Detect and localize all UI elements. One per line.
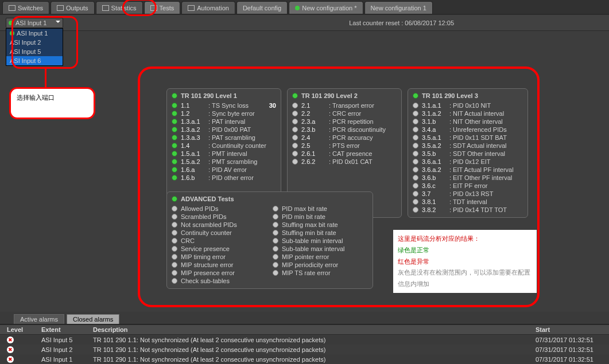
status-icon bbox=[172, 230, 177, 236]
test-code: 1.6.a bbox=[181, 166, 205, 173]
test-row[interactable]: 3.5.a.1: PID 0x11 SDT BAT bbox=[413, 134, 523, 142]
table-row[interactable]: ASI Input 5TR 101 290 1.1: Not synchroni… bbox=[0, 335, 609, 345]
adv-test-row[interactable]: Allowed PIDs bbox=[172, 205, 267, 213]
adv-test-row[interactable]: Stuffing max bit rate bbox=[273, 221, 368, 229]
adv-test-row[interactable]: Sub-table max interval bbox=[273, 245, 368, 253]
tab-new-config-1[interactable]: New configuration 1 bbox=[364, 1, 433, 14]
tab-switches[interactable]: Switches bbox=[2, 1, 49, 14]
panel-title: TR 101 290 Level 1 bbox=[172, 92, 276, 99]
test-row[interactable]: 2.6.1: CAT presence bbox=[292, 150, 397, 158]
note-line: 红色是异常 bbox=[398, 256, 532, 268]
test-row[interactable]: 3.1.a.1: PID 0x10 NIT bbox=[413, 101, 523, 109]
adv-label: Stuffing max bit rate bbox=[282, 221, 338, 228]
test-row[interactable]: 3.1.a.2: NIT Actual interval bbox=[413, 109, 523, 118]
test-row[interactable]: 3.6.c: EIT PF error bbox=[413, 182, 523, 190]
test-row[interactable]: 3.8.2: PID 0x14 TDT TOT bbox=[413, 206, 523, 214]
test-code: 1.3.a.3 bbox=[181, 134, 205, 141]
test-row[interactable]: 2.3.a: PCR repetition bbox=[292, 118, 397, 126]
test-row[interactable]: 1.5.a.2: PMT scrambling bbox=[172, 158, 276, 166]
input-dropdown[interactable]: ASI Input 1 ASI Input 1 ASI Input 2 ASI … bbox=[6, 18, 63, 28]
dropdown-option[interactable]: ASI Input 2 bbox=[6, 38, 63, 47]
col-extent[interactable]: Extent bbox=[34, 325, 86, 335]
outputs-icon bbox=[57, 5, 64, 11]
test-code: 1.3.a.2 bbox=[181, 126, 205, 133]
dropdown-option[interactable]: ASI Input 1 bbox=[6, 29, 63, 38]
test-row[interactable]: 2.3.b: PCR discountinuity bbox=[292, 126, 397, 134]
col-desc[interactable]: Description bbox=[86, 325, 529, 335]
col-level[interactable]: Level bbox=[0, 325, 34, 335]
test-row[interactable]: 1.2: Sync byte error bbox=[172, 109, 276, 118]
panel-level3: TR 101 290 Level 3 3.1.a.1: PID 0x10 NIT… bbox=[408, 88, 528, 218]
table-row[interactable]: ASI Input 1TR 101 290 1.1: Not synchroni… bbox=[0, 354, 609, 364]
status-icon bbox=[413, 191, 418, 197]
status-icon bbox=[413, 151, 418, 156]
test-row[interactable]: 1.6.a: PID AV error bbox=[172, 166, 276, 174]
test-row[interactable]: 1.3.a.2: PID 0x00 PAT bbox=[172, 126, 276, 134]
adv-test-row[interactable]: Check sub-tables bbox=[172, 277, 267, 285]
test-row[interactable]: 1.3.a.3: PAT scrambling bbox=[172, 134, 276, 142]
adv-test-row[interactable]: PID max bit rate bbox=[273, 205, 368, 213]
dropdown-option[interactable]: ASI Input 5 bbox=[6, 47, 63, 56]
test-row[interactable]: 3.5.a.2: SDT Actual interval bbox=[413, 142, 523, 150]
test-row[interactable]: 2.5: PTS error bbox=[292, 142, 397, 150]
test-row[interactable]: 1.6.b: PID other error bbox=[172, 174, 276, 182]
adv-test-row[interactable]: Service presence bbox=[172, 245, 267, 253]
adv-test-row[interactable]: Not scrambled PIDs bbox=[172, 221, 267, 229]
test-row[interactable]: 2.1: Transport error bbox=[292, 101, 397, 109]
test-row[interactable]: 3.7: PID 0x13 RST bbox=[413, 190, 523, 198]
tab-tests[interactable]: Tests bbox=[144, 1, 181, 14]
test-row[interactable]: 2.4: PCR accuracy bbox=[292, 134, 397, 142]
table-row[interactable]: ASI Input 2TR 101 290 1.1: Not synchroni… bbox=[0, 345, 609, 354]
test-label: : PCR accuracy bbox=[329, 134, 373, 141]
tab-new-config-star[interactable]: New configuration * bbox=[289, 1, 363, 14]
col-start[interactable]: Start bbox=[529, 325, 609, 335]
adv-test-row[interactable]: MIP presence error bbox=[172, 269, 267, 277]
test-label: : Sync byte error bbox=[208, 110, 255, 117]
dropdown-option[interactable]: ASI Input 6 bbox=[6, 56, 63, 65]
adv-test-row[interactable]: MIP structure error bbox=[172, 261, 267, 269]
test-row[interactable]: 1.4: Countinuity counter bbox=[172, 142, 276, 150]
adv-test-row[interactable]: MIP pointer error bbox=[273, 253, 368, 261]
adv-test-row[interactable]: PID min bit rate bbox=[273, 213, 368, 221]
test-row[interactable]: 1.3.a.1: PAT interval bbox=[172, 118, 276, 126]
adv-test-row[interactable]: MIP periodicity error bbox=[273, 261, 368, 269]
status-icon bbox=[172, 167, 177, 173]
status-icon bbox=[172, 238, 177, 244]
test-row[interactable]: 3.6.a.1: PID 0x12 EIT bbox=[413, 158, 523, 166]
test-row[interactable]: 1.5.a.1: PMT interval bbox=[172, 150, 276, 158]
cell-level bbox=[0, 345, 34, 354]
tab-closed-alarms[interactable]: Closed alarms bbox=[67, 314, 119, 324]
test-label: : PAT scrambling bbox=[208, 134, 255, 141]
green-dot-icon bbox=[9, 21, 13, 25]
test-row[interactable]: 3.4.a: Unreferenced PIDs bbox=[413, 126, 523, 134]
adv-test-row[interactable]: MIP timing error bbox=[172, 253, 267, 261]
tab-automation[interactable]: Automation bbox=[181, 1, 235, 14]
test-row[interactable]: 2.2: CRC error bbox=[292, 109, 397, 118]
adv-label: MIP TS rate error bbox=[282, 269, 331, 276]
test-row[interactable]: 3.5.b: SDT Other interval bbox=[413, 150, 523, 158]
test-row[interactable]: 3.6.a.2: EIT Actual PF interval bbox=[413, 166, 523, 174]
adv-test-row[interactable]: Continuity counter bbox=[172, 229, 267, 237]
cell-level bbox=[0, 354, 34, 364]
tab-outputs[interactable]: Outputs bbox=[51, 1, 95, 14]
tab-default-config[interactable]: Default config bbox=[236, 1, 288, 14]
status-icon bbox=[172, 262, 177, 268]
adv-test-row[interactable]: CRC bbox=[172, 237, 267, 245]
test-row[interactable]: 3.1.b: NIT Other interval bbox=[413, 118, 523, 126]
dropdown-selected[interactable]: ASI Input 1 bbox=[6, 18, 63, 28]
test-code: 2.2 bbox=[301, 110, 325, 117]
tab-label: Statistics bbox=[111, 5, 137, 11]
tab-statistics[interactable]: Statistics bbox=[96, 1, 143, 14]
test-row[interactable]: 2.6.2: PID 0x01 CAT bbox=[292, 158, 397, 166]
test-row[interactable]: 3.6.b: EIT Other PF interval bbox=[413, 174, 523, 182]
adv-test-row[interactable]: MIP TS rate error bbox=[273, 269, 368, 277]
adv-test-row[interactable]: Scrambled PIDs bbox=[172, 213, 267, 221]
status-icon bbox=[413, 111, 418, 116]
panel-title: TR 101 290 Level 3 bbox=[413, 92, 523, 99]
tab-active-alarms[interactable]: Active alarms bbox=[14, 314, 64, 324]
test-row[interactable]: 1.1: TS Sync loss30 bbox=[172, 101, 276, 109]
status-icon bbox=[273, 214, 278, 220]
adv-test-row[interactable]: Sub-table min interval bbox=[273, 237, 368, 245]
test-row[interactable]: 3.8.1: TDT interval bbox=[413, 198, 523, 206]
adv-test-row[interactable]: Stuffing min bit rate bbox=[273, 229, 368, 237]
